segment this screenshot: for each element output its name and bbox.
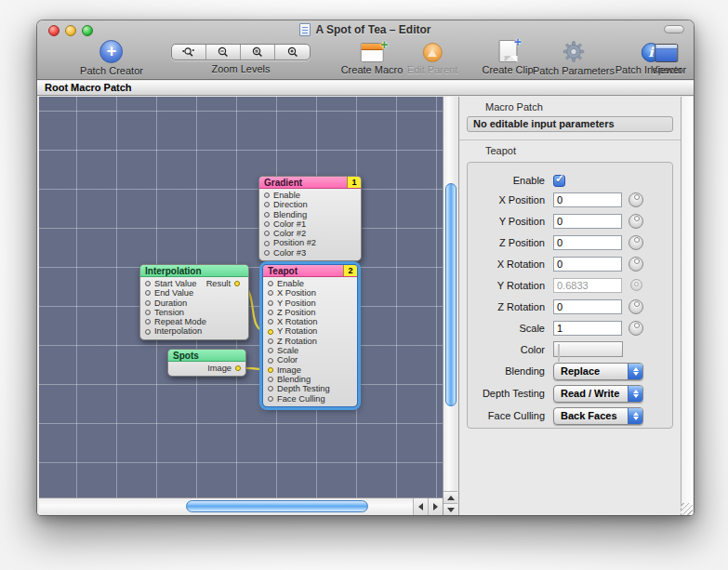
section-title-macro-patch: Macro Patch bbox=[459, 101, 681, 113]
zoom-actual-size-button[interactable] bbox=[172, 45, 206, 60]
node-badge: 2 bbox=[343, 265, 357, 276]
canvas-horizontal-scrollbar[interactable] bbox=[39, 497, 443, 515]
toolbar-toggle-pill[interactable] bbox=[664, 25, 684, 33]
color-well[interactable] bbox=[553, 341, 623, 357]
x-position-knob[interactable] bbox=[629, 192, 643, 207]
param-row-color: Color bbox=[468, 338, 672, 360]
input-port[interactable] bbox=[145, 290, 151, 296]
input-port[interactable] bbox=[145, 329, 151, 335]
macro-window-icon: + bbox=[360, 43, 383, 62]
scale-field[interactable] bbox=[553, 321, 622, 336]
input-port[interactable] bbox=[268, 338, 273, 344]
zoom-out-button[interactable] bbox=[206, 45, 241, 60]
node-title-bar[interactable]: Gradient 1 bbox=[259, 177, 361, 189]
input-port[interactable] bbox=[268, 358, 273, 364]
input-port[interactable] bbox=[268, 386, 273, 391]
node-title-bar[interactable]: Interpolation bbox=[140, 265, 248, 277]
edit-parent-button[interactable]: Edit Parent bbox=[407, 40, 457, 75]
y-position-knob[interactable] bbox=[629, 214, 643, 229]
page-icon: + bbox=[498, 40, 517, 62]
scroll-left-arrow[interactable] bbox=[413, 498, 428, 515]
scale-knob[interactable] bbox=[629, 321, 643, 336]
y-position-field[interactable] bbox=[553, 214, 622, 229]
main-split: Gradient 1 Enable Direction Blending Col… bbox=[37, 97, 694, 515]
plus-badge-icon: + bbox=[380, 37, 388, 52]
blending-popup[interactable]: Replace bbox=[553, 363, 643, 380]
input-port[interactable] bbox=[145, 300, 151, 306]
x-rotation-field[interactable] bbox=[553, 257, 622, 272]
input-port[interactable] bbox=[145, 310, 151, 315]
node-interpolation[interactable]: Interpolation Start Value Result End Val… bbox=[139, 264, 249, 340]
port-row: Y Position bbox=[263, 298, 357, 308]
param-row-y-position: Y Position bbox=[468, 210, 672, 232]
input-port[interactable] bbox=[145, 319, 151, 325]
node-gradient[interactable]: Gradient 1 Enable Direction Blending Col… bbox=[258, 176, 362, 261]
input-port[interactable] bbox=[264, 212, 270, 218]
port-row: X Position bbox=[263, 288, 357, 298]
input-port[interactable] bbox=[268, 281, 273, 286]
canvas-vertical-scrollbar[interactable] bbox=[443, 97, 457, 515]
scroll-right-arrow[interactable] bbox=[428, 498, 443, 515]
plus-sphere-icon: + bbox=[100, 40, 124, 63]
x-position-field[interactable] bbox=[553, 192, 622, 207]
port-row: Z Position bbox=[263, 308, 357, 317]
popup-arrows-icon bbox=[628, 408, 642, 424]
input-port[interactable] bbox=[268, 396, 273, 402]
input-port[interactable] bbox=[268, 290, 273, 296]
input-port[interactable] bbox=[264, 202, 270, 207]
output-port[interactable] bbox=[234, 281, 240, 286]
node-title-bar[interactable]: Spots bbox=[168, 350, 245, 362]
z-position-knob[interactable] bbox=[629, 235, 643, 250]
create-macro-button[interactable]: + Create Macro bbox=[341, 40, 404, 75]
inspector-scrollbar-track[interactable] bbox=[681, 97, 693, 515]
zoom-in-button[interactable] bbox=[275, 45, 310, 60]
enable-checkbox[interactable]: ✓ bbox=[553, 175, 565, 187]
title-wrap: A Spot of Tea – Editor bbox=[37, 22, 694, 37]
output-port[interactable] bbox=[235, 365, 241, 371]
up-arrow-circle-icon bbox=[422, 43, 442, 62]
vertical-scroll-thumb[interactable] bbox=[445, 183, 457, 406]
input-port-connected[interactable] bbox=[268, 329, 273, 335]
zoom-fit-button[interactable] bbox=[241, 45, 275, 60]
title-bar[interactable]: A Spot of Tea – Editor bbox=[37, 20, 694, 37]
patch-creator-button[interactable]: + Patch Creator bbox=[80, 40, 143, 76]
port-row: End Value bbox=[140, 288, 248, 298]
document-proxy-icon[interactable] bbox=[299, 23, 311, 36]
input-port[interactable] bbox=[268, 319, 273, 325]
input-port[interactable] bbox=[145, 281, 151, 286]
face-culling-popup[interactable]: Back Faces bbox=[553, 407, 643, 425]
input-port[interactable] bbox=[268, 300, 273, 306]
input-port-connected[interactable] bbox=[268, 367, 273, 373]
horizontal-scroll-thumb[interactable] bbox=[186, 500, 368, 512]
input-port[interactable] bbox=[264, 221, 270, 227]
input-port[interactable] bbox=[268, 310, 273, 315]
input-port[interactable] bbox=[268, 348, 273, 353]
parameters-panel: Macro Patch No editable input parameters… bbox=[458, 97, 681, 515]
param-row-blending: Blending Replace bbox=[468, 360, 672, 382]
scroll-up-arrow[interactable] bbox=[443, 491, 457, 503]
z-rotation-knob[interactable] bbox=[629, 299, 643, 314]
window-resize-grip[interactable] bbox=[681, 503, 693, 515]
scroll-down-arrow[interactable] bbox=[443, 503, 457, 515]
input-port[interactable] bbox=[264, 241, 270, 246]
z-rotation-field[interactable] bbox=[553, 299, 622, 314]
depth-testing-popup[interactable]: Read / Write bbox=[553, 385, 643, 403]
node-spots[interactable]: Spots Image bbox=[167, 349, 246, 377]
input-port[interactable] bbox=[268, 377, 273, 382]
editor-canvas[interactable]: Gradient 1 Enable Direction Blending Col… bbox=[39, 97, 443, 497]
z-position-field[interactable] bbox=[553, 235, 622, 250]
port-row: Enable bbox=[259, 191, 361, 200]
input-port[interactable] bbox=[264, 231, 270, 236]
input-port[interactable] bbox=[264, 250, 270, 256]
patch-parameters-button[interactable]: Patch Parameters bbox=[533, 40, 615, 76]
port-row: Y Rotation bbox=[263, 326, 357, 336]
viewer-button[interactable]: Viewer bbox=[651, 40, 682, 75]
window-chrome: A Spot of Tea – Editor + Patch Creator bbox=[37, 20, 694, 80]
port-row: Position #2 bbox=[259, 238, 361, 247]
x-rotation-knob[interactable] bbox=[629, 257, 643, 272]
port-row: Image bbox=[168, 364, 245, 373]
node-title-bar[interactable]: Teapot 2 bbox=[263, 265, 357, 277]
node-teapot[interactable]: Teapot 2 Enable X Position Y Position Z … bbox=[262, 264, 358, 407]
create-clip-button[interactable]: + Create Clip bbox=[482, 40, 533, 75]
input-port[interactable] bbox=[264, 192, 270, 198]
